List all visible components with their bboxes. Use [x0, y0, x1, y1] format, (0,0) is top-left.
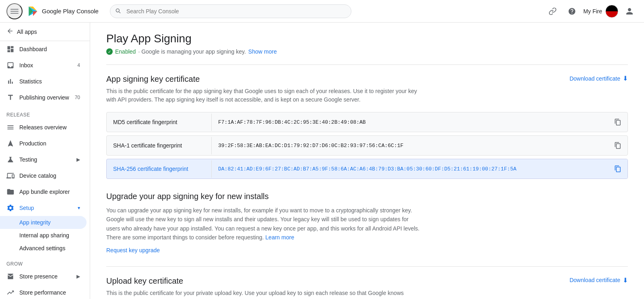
cert-row-sha256: SHA-256 certificate fingerprint DA:82:41…: [106, 159, 628, 179]
sidebar-item-setup[interactable]: Setup ▾: [0, 200, 87, 216]
sidebar-item-label: Inbox: [19, 62, 33, 69]
publishing-icon: [6, 93, 14, 102]
download-upload-cert-button[interactable]: Download certificate ⬇: [570, 276, 628, 284]
app-name-label: My Fire: [583, 8, 602, 15]
app-bundle-icon: [6, 188, 14, 196]
cert-md5-value: F7:1A:AF:78:7F:96:DB:4C:2C:95:3E:40:2B:4…: [211, 114, 608, 131]
upload-cert-title: Upload key certificate: [106, 276, 183, 286]
signing-cert-title: App signing key certificate: [106, 75, 200, 84]
download-signing-cert-button[interactable]: Download certificate ⬇: [570, 75, 628, 82]
sidebar-sub-label: Internal app sharing: [19, 232, 69, 239]
show-more-link[interactable]: Show more: [248, 48, 277, 55]
download-signing-icon: ⬇: [623, 75, 628, 82]
grow-section-label: Grow: [0, 255, 90, 268]
sidebar-item-label: Publishing overview: [19, 94, 69, 101]
sidebar-item-label: Device catalog: [19, 172, 56, 179]
status-desc: · Google is managing your app signing ke…: [138, 48, 246, 55]
sidebar-item-app-bundle-explorer[interactable]: App bundle explorer: [0, 184, 87, 200]
cert-sha256-copy-button[interactable]: [608, 159, 627, 179]
download-upload-icon: ⬇: [623, 276, 628, 284]
sidebar-item-label: App bundle explorer: [19, 189, 70, 195]
sidebar-item-label: Dashboard: [19, 46, 47, 52]
app-body: All apps Dashboard Inbox 4 Statistics: [0, 23, 644, 299]
svg-marker-6: [33, 11, 37, 16]
sidebar-item-device-catalog[interactable]: Device catalog: [0, 168, 87, 184]
upgrade-section: Upgrade your app signing key for new ins…: [106, 192, 628, 253]
cert-row-sha1: SHA-1 certificate fingerprint 39:2F:58:3…: [106, 135, 628, 156]
store-performance-icon: [6, 289, 14, 297]
back-icon: [6, 27, 14, 36]
upgrade-desc-text: You can upgrade your app signing key for…: [106, 207, 419, 241]
sidebar-item-inbox[interactable]: Inbox 4: [0, 57, 87, 73]
signing-cert-section: App signing key certificate Download cer…: [106, 75, 628, 179]
cert-sha1-label: SHA-1 certificate fingerprint: [107, 137, 211, 154]
svg-rect-2: [10, 13, 19, 14]
topbar-logo[interactable]: Google Play Console: [27, 6, 99, 17]
cert-sha1-value: 39:2F:58:3E:AB:EA:DC:D1:79:92:D7:D6:0C:B…: [211, 137, 608, 154]
svg-rect-1: [10, 11, 19, 12]
learn-more-link[interactable]: Learn more: [265, 234, 294, 241]
sidebar: All apps Dashboard Inbox 4 Statistics: [0, 23, 90, 299]
cert-md5-copy-button[interactable]: [608, 112, 627, 132]
avatar-flag[interactable]: [605, 5, 618, 18]
testing-expand-icon: ▶: [76, 157, 80, 162]
back-to-all-apps[interactable]: All apps: [0, 23, 90, 41]
account-icon-button[interactable]: [621, 3, 638, 19]
cert-sha256-label: SHA-256 certificate fingerprint: [107, 160, 211, 178]
sidebar-sub-item-internal-app-sharing[interactable]: Internal app sharing: [0, 229, 87, 242]
help-icon-button[interactable]: [564, 3, 580, 19]
store-presence-icon: [6, 272, 14, 280]
sidebar-item-store-presence[interactable]: Store presence ▶: [0, 268, 87, 284]
sidebar-item-label: Testing: [19, 156, 37, 163]
upload-cert-desc: This is the public certificate for your …: [106, 289, 420, 299]
release-section-label: Release: [0, 106, 90, 119]
sidebar-sub-label: App integrity: [19, 219, 51, 226]
production-icon: [6, 139, 14, 147]
cert-sha256-value: DA:82:41:AD:E9:6F:27:BC:AD:B7:A5:9F:58:6…: [211, 160, 608, 178]
download-signing-cert-label: Download certificate: [570, 75, 620, 82]
cert-sha1-copy-button[interactable]: [608, 136, 627, 155]
sidebar-item-dashboard[interactable]: Dashboard: [0, 41, 87, 57]
sidebar-item-releases-overview[interactable]: Releases overview: [0, 119, 87, 135]
download-upload-cert-label: Download certificate: [570, 277, 620, 283]
cert-md5-label: MD5 certificate fingerprint: [107, 113, 211, 131]
dashboard-icon: [6, 45, 14, 53]
topbar-logo-text: Google Play Console: [42, 8, 99, 15]
svg-rect-0: [10, 9, 19, 10]
setup-icon: [6, 204, 14, 212]
back-label: All apps: [17, 29, 37, 35]
sidebar-item-statistics[interactable]: Statistics: [0, 73, 87, 89]
divider-2: [106, 266, 628, 267]
sidebar-sub-item-app-integrity[interactable]: App integrity: [0, 216, 87, 229]
sidebar-sub-item-advanced-settings[interactable]: Advanced settings: [0, 242, 87, 255]
sidebar-item-store-performance[interactable]: Store performance: [0, 284, 87, 299]
topbar-search-container: [110, 4, 351, 18]
sidebar-item-label: Store performance: [19, 289, 66, 296]
upload-cert-header: Upload key certificate Download certific…: [106, 276, 628, 286]
releases-icon: [6, 123, 14, 131]
sidebar-item-label: Store presence: [19, 273, 58, 280]
topbar: Google Play Console My Fire: [0, 0, 644, 23]
sidebar-item-label: Setup: [19, 205, 34, 211]
testing-icon: [6, 156, 14, 164]
search-input[interactable]: [110, 4, 351, 18]
sidebar-item-publishing-overview[interactable]: Publishing overview 70: [0, 89, 87, 106]
publishing-badge: 70: [75, 95, 80, 100]
sidebar-item-testing[interactable]: Testing ▶: [0, 152, 87, 168]
sidebar-item-production[interactable]: Production: [0, 135, 87, 152]
inbox-icon: [6, 61, 14, 69]
status-enabled-label: Enabled: [115, 48, 136, 55]
store-presence-expand-icon: ▶: [76, 274, 80, 279]
status-bar: Enabled · Google is managing your app si…: [106, 48, 628, 55]
setup-expand-icon: ▾: [78, 205, 80, 211]
page-title: Play App Signing: [106, 32, 628, 45]
device-catalog-icon: [6, 172, 14, 180]
main-content: Play App Signing Enabled · Google is man…: [90, 23, 644, 299]
request-key-upgrade-link[interactable]: Request key upgrade: [106, 247, 160, 253]
upgrade-desc: You can upgrade your app signing key for…: [106, 206, 420, 242]
signing-cert-header: App signing key certificate Download cer…: [106, 75, 628, 84]
menu-icon[interactable]: [6, 3, 23, 19]
link-icon-button[interactable]: [545, 3, 561, 19]
divider-1: [106, 64, 628, 65]
sidebar-sub-label: Advanced settings: [19, 245, 65, 251]
